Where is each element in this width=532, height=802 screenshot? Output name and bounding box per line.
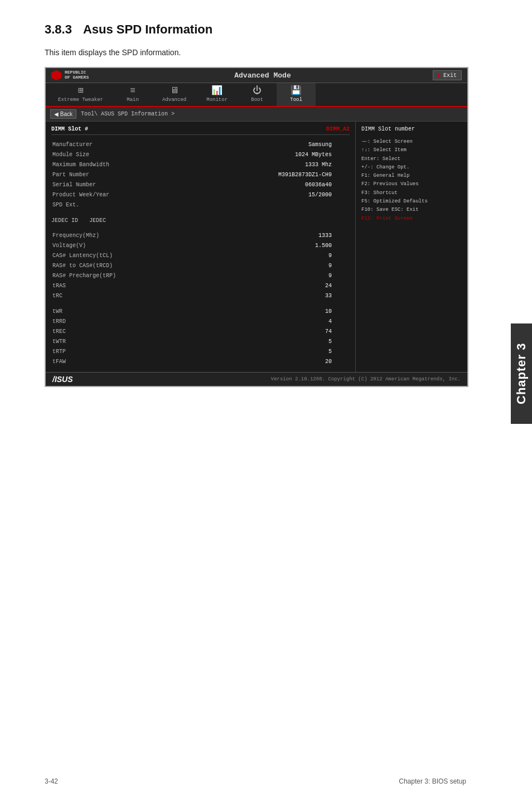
info-label: Part Number — [52, 171, 142, 180]
hotkey-section: →←: Select Screen ↑↓: Select Item Enter:… — [361, 138, 462, 223]
dimm-slot-value: DIMM_A2 — [326, 126, 350, 132]
info-label: Product Week/Year — [52, 191, 142, 200]
table-row: Module Size 1024 MBytes — [52, 151, 349, 160]
table-row: Maximum Bandwidth 1333 Mhz — [52, 161, 349, 170]
tab-monitor[interactable]: 📊 Monitor — [196, 83, 238, 106]
bios-screenshot: REPUBLIC OF GAMERS Advanced Mode ▶ Exit … — [45, 67, 468, 387]
table-row: CAS# Lantency(tCL) 9 — [52, 252, 349, 260]
tab-main[interactable]: ≡ Main — [113, 83, 152, 106]
jedec-id-label: JEDEC ID — [51, 218, 78, 224]
back-button[interactable]: ◀ Back — [50, 109, 76, 119]
rog-logo: REPUBLIC OF GAMERS — [65, 70, 93, 80]
table-row: tRC 33 — [52, 292, 349, 301]
table-row: tWR 10 — [52, 307, 349, 316]
jedec-row: JEDEC ID JEDEC — [51, 218, 350, 224]
table-row: tFAW 20 — [52, 357, 349, 366]
timing-label: tREC — [52, 327, 142, 336]
timing-table-1: Frequency(Mhz) 1333 Voltage(V) 1.500 CAS… — [51, 230, 350, 302]
bios-mode-title: Advanced Mode — [234, 71, 291, 80]
table-row: tWTR 5 — [52, 337, 349, 346]
timing-value: 74 — [143, 327, 349, 336]
jedec-id-value: JEDEC — [89, 218, 106, 224]
tab-advanced[interactable]: 🖥 Advanced — [152, 83, 196, 106]
bios-asus-logo: /ISUS — [52, 375, 73, 384]
table-row: tREC 74 — [52, 327, 349, 336]
info-value: 1333 Mhz — [143, 161, 349, 170]
table-row: Frequency(Mhz) 1333 — [52, 231, 349, 240]
timing-label: tRAS — [52, 282, 142, 291]
table-row: SPD Ext. — [52, 201, 349, 210]
page-wrapper: 3.8.3 Asus SPD Information This item dis… — [0, 0, 532, 802]
timing-value: 10 — [143, 307, 349, 316]
table-row: Voltage(V) 1.500 — [52, 241, 349, 250]
info-value: 15/2000 — [143, 191, 349, 200]
table-row: RAS# Precharge(tRP) 9 — [52, 272, 349, 281]
info-value — [143, 201, 349, 210]
hotkey-item: F12: Print Screen — [361, 215, 462, 223]
timing-label: tRTP — [52, 347, 142, 356]
bios-right-panel: DIMM Slot number →←: Select Screen ↑↓: S… — [356, 122, 467, 372]
bios-main-area: DIMM Slot # DIMM_A2 Manufacturer Samsung… — [46, 122, 467, 372]
info-label: SPD Ext. — [52, 201, 142, 210]
bios-left-panel: DIMM Slot # DIMM_A2 Manufacturer Samsung… — [46, 122, 356, 372]
timing-value: 24 — [143, 282, 349, 291]
bios-topbar: REPUBLIC OF GAMERS Advanced Mode ▶ Exit — [46, 68, 467, 83]
advanced-icon: 🖥 — [170, 86, 179, 95]
bios-logo-area: REPUBLIC OF GAMERS — [51, 70, 93, 80]
timing-value: 9 — [143, 272, 349, 281]
tab-extreme-tweaker[interactable]: ⊞ Extreme Tweaker — [48, 83, 113, 106]
info-value: 06036a40 — [143, 181, 349, 190]
bios-navtabs: ⊞ Extreme Tweaker ≡ Main 🖥 Advanced 📊 Mo… — [46, 83, 467, 107]
timing-value: 20 — [143, 357, 349, 366]
hotkey-item: F2: Previous Values — [361, 180, 462, 189]
bios-footer: /ISUS Version 2.10.1208. Copyright (C) 2… — [46, 372, 467, 386]
timing-table-2: tWR 10 tRRD 4 tREC 74 tWTR — [51, 306, 350, 368]
info-label: Maximum Bandwidth — [52, 161, 142, 170]
timing-value: 1.500 — [143, 241, 349, 250]
extreme-tweaker-icon: ⊞ — [78, 86, 84, 95]
info-value: M391B2873DZ1-CH9 — [143, 171, 349, 180]
timing-label: tFAW — [52, 357, 142, 366]
rog-icon — [51, 70, 61, 80]
timing-label: tWTR — [52, 337, 142, 346]
table-row: Manufacturer Samsung — [52, 141, 349, 149]
bios-breadcrumb: ◀ Back Tool\ ASUS SPD Information > — [46, 107, 467, 122]
monitor-icon: 📊 — [211, 86, 223, 95]
table-row: Product Week/Year 15/2000 — [52, 191, 349, 200]
hotkey-item: Enter: Select — [361, 155, 462, 163]
tab-main-label: Main — [127, 97, 139, 103]
bios-version-text: Version 2.10.1208. Copyright (C) 2012 Am… — [271, 376, 461, 382]
table-row: tRTP 5 — [52, 347, 349, 356]
timing-label: RAS# to CAS#(tRCD) — [52, 262, 142, 270]
timing-label: tRRD — [52, 317, 142, 326]
timing-label: Frequency(Mhz) — [52, 231, 142, 240]
hotkey-f12: F12: Print Screen — [361, 216, 413, 221]
tab-extreme-tweaker-label: Extreme Tweaker — [58, 97, 103, 103]
hotkey-item: F3: Shortcut — [361, 189, 462, 197]
breadcrumb-path: Tool\ ASUS SPD Information > — [81, 111, 175, 117]
timing-value: 1333 — [143, 231, 349, 240]
timing-value: 4 — [143, 317, 349, 326]
section-number: 3.8.3 — [45, 22, 72, 37]
tab-advanced-label: Advanced — [162, 97, 186, 103]
timing-value: 5 — [143, 337, 349, 346]
hotkey-item: +/-: Change Opt. — [361, 163, 462, 172]
dimm-slot-desc: DIMM Slot number — [361, 126, 462, 132]
main-icon: ≡ — [130, 86, 136, 95]
timing-label: CAS# Lantency(tCL) — [52, 252, 142, 260]
exit-label: Exit — [443, 73, 457, 79]
bios-exit-button[interactable]: ▶ Exit — [433, 70, 462, 80]
tab-boot-label: Boot — [251, 97, 263, 103]
info-label: Serial Number — [52, 181, 142, 190]
tab-boot[interactable]: ⏻ Boot — [238, 83, 277, 106]
dimm-header-row: DIMM Slot # DIMM_A2 — [51, 126, 350, 135]
dimm-slot-label: DIMM Slot # — [51, 126, 88, 132]
hotkey-item: F5: Optimized Defaults — [361, 197, 462, 206]
tab-tool[interactable]: 💾 Tool — [277, 83, 316, 106]
tab-tool-label: Tool — [290, 97, 302, 103]
spd-info-table: Manufacturer Samsung Module Size 1024 MB… — [51, 139, 350, 211]
timing-value: 33 — [143, 292, 349, 301]
tool-icon: 💾 — [291, 86, 302, 95]
chapter-label: Chapter 3 — [514, 343, 529, 404]
hotkey-item: F1: General Help — [361, 172, 462, 180]
